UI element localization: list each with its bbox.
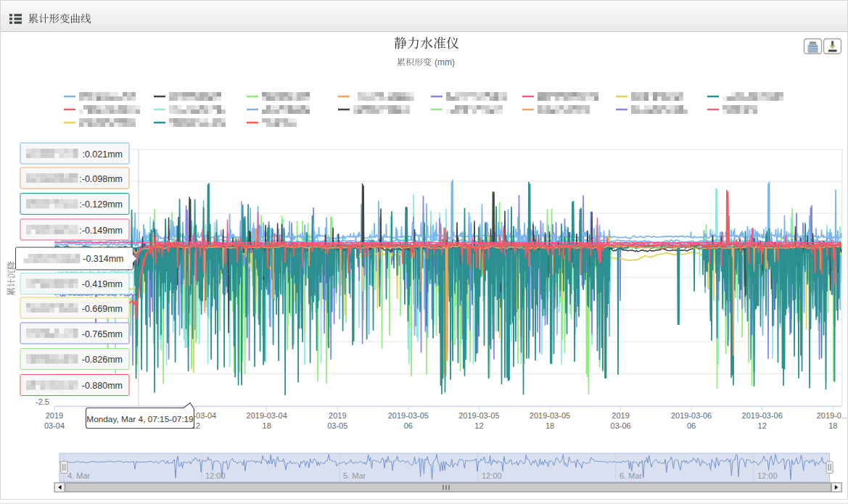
svg-text:06: 06 bbox=[404, 421, 413, 430]
svg-text:03-05: 03-05 bbox=[327, 421, 347, 430]
svg-text::-0.149mm: :-0.149mm bbox=[79, 226, 123, 236]
svg-text::-0.129mm: :-0.129mm bbox=[79, 199, 123, 210]
svg-text:-0.314mm: -0.314mm bbox=[83, 254, 123, 264]
svg-text:2019: 2019 bbox=[329, 411, 346, 420]
svg-text:2019-03-06: 2019-03-06 bbox=[671, 411, 712, 420]
svg-text:2019-03-05: 2019-03-05 bbox=[388, 411, 429, 420]
svg-text:18: 18 bbox=[546, 421, 554, 430]
svg-text:12: 12 bbox=[474, 421, 483, 430]
svg-text:Monday, Mar 4, 07:15-07:19: Monday, Mar 4, 07:15-07:19 bbox=[86, 414, 193, 424]
svg-text:-0.826mm: -0.826mm bbox=[82, 355, 123, 365]
svg-text:2019: 2019 bbox=[612, 411, 629, 420]
svg-text:4. Mar: 4. Mar bbox=[67, 471, 91, 480]
svg-text:5. Mar: 5. Mar bbox=[343, 471, 366, 480]
svg-text:-0.880mm: -0.880mm bbox=[82, 381, 123, 391]
svg-text:2019-03-04: 2019-03-04 bbox=[247, 411, 287, 420]
svg-text:12: 12 bbox=[758, 421, 767, 430]
svg-text:-0.669mm: -0.669mm bbox=[82, 304, 123, 314]
svg-text:03-04: 03-04 bbox=[44, 421, 65, 430]
svg-text:2019-03-05: 2019-03-05 bbox=[458, 411, 499, 420]
svg-text:06: 06 bbox=[687, 421, 696, 430]
svg-text:2019: 2019 bbox=[46, 411, 63, 420]
svg-text:2019-03-06: 2019-03-06 bbox=[742, 411, 783, 420]
svg-text:2019-0…: 2019-0… bbox=[817, 411, 848, 420]
svg-text:18: 18 bbox=[828, 421, 837, 430]
svg-text:03-06: 03-06 bbox=[611, 421, 631, 430]
svg-text:-0.765mm: -0.765mm bbox=[82, 329, 123, 339]
svg-text:-0.419mm: -0.419mm bbox=[82, 279, 123, 289]
svg-text:18: 18 bbox=[263, 421, 271, 430]
svg-text::-0.098mm: :-0.098mm bbox=[79, 174, 123, 184]
svg-text::0.021mm: :0.021mm bbox=[82, 149, 123, 160]
svg-text:-2.5: -2.5 bbox=[36, 397, 49, 406]
svg-text:(mm): (mm) bbox=[435, 57, 455, 67]
svg-text:2019-03-05: 2019-03-05 bbox=[530, 411, 570, 420]
svg-text:12:00: 12:00 bbox=[757, 471, 778, 480]
svg-text:12:00: 12:00 bbox=[482, 471, 502, 480]
svg-text:6. Mar: 6. Mar bbox=[619, 471, 643, 480]
